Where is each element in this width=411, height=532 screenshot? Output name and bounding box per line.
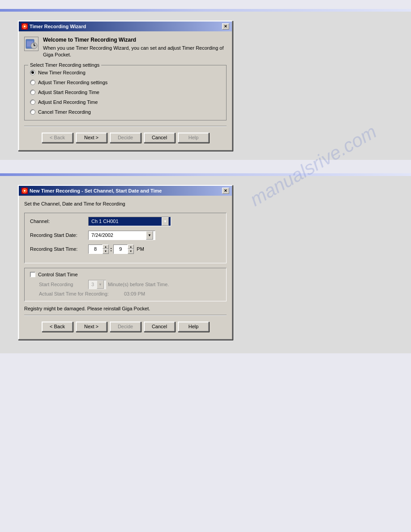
channel-dropdown-arrow[interactable]: ▼	[162, 217, 169, 226]
radio-adjust-settings-circle	[30, 80, 35, 85]
time-minute-spinbox: ▲ ▼	[113, 245, 134, 254]
dialog1-body: Welcome to Timer Recording Wizard When y…	[19, 31, 232, 150]
time-minute-down-button[interactable]: ▼	[128, 249, 134, 254]
dialog2-app-icon	[21, 188, 28, 194]
control-start-label: Control Start Time	[38, 272, 78, 277]
minutes-before-label: Minute(s) before Start Time.	[108, 282, 169, 287]
dialog1-decide-button[interactable]: Decide	[110, 133, 141, 143]
time-minute-spin-buttons: ▲ ▼	[128, 245, 134, 254]
time-label: Recording Start Time:	[30, 246, 88, 252]
dialog1-cancel-button[interactable]: Cancel	[144, 133, 175, 143]
channel-row: Channel: Ch 1 CH001 ▼	[30, 217, 221, 226]
dialog1-header-icon	[24, 37, 39, 51]
svg-point-8	[24, 190, 26, 192]
time-hour-down-button[interactable]: ▼	[103, 249, 109, 254]
dialog2-body: Set the Channel, Date and Time for Recor…	[19, 196, 232, 339]
channel-label: Channel:	[30, 219, 88, 224]
radio-new-timer-circle	[30, 70, 35, 75]
radio-adjust-end[interactable]: Adjust End Recording Time	[30, 99, 221, 105]
time-hour-spinbox: ▲ ▼	[88, 245, 109, 254]
warning-message: Registry might be damaged. Please reinst…	[24, 306, 227, 311]
actual-time-label: Actual Start Time for Recording:	[39, 291, 124, 296]
dialog2-titlebar-left: New Timer Recording - Set Channel, Start…	[21, 188, 162, 194]
channel-value: Ch 1 CH001	[90, 219, 162, 224]
control-start-checkbox[interactable]	[30, 272, 35, 277]
dialog2-form-group: Channel: Ch 1 CH001 ▼ Recording Start Da…	[24, 213, 227, 263]
dialog1-app-icon	[21, 23, 28, 30]
time-colon: :	[110, 246, 112, 253]
dialog1-titlebar-left: Timer Recording Wizard	[21, 23, 86, 30]
date-row: Recording Start Date: 7/24/2002 ▼	[30, 231, 221, 240]
dialog-new-timer: New Timer Recording - Set Channel, Start…	[18, 185, 233, 340]
time-hour-input[interactable]	[88, 245, 103, 254]
dialog2-titlebar: New Timer Recording - Set Channel, Start…	[19, 186, 232, 196]
radio-adjust-settings[interactable]: Adjust Timer Recording settings	[30, 80, 221, 85]
actual-time-row: Actual Start Time for Recording: 03:09 P…	[30, 291, 221, 296]
control-start-time-group: Control Start Time Start Recording 3 ▼ M…	[24, 268, 227, 301]
radio-cancel-timer[interactable]: Cancel Timer Recording	[30, 109, 221, 115]
radio-adjust-end-circle	[30, 99, 35, 105]
start-recording-label: Start Recording	[39, 282, 88, 287]
start-recording-value: 3	[90, 282, 97, 287]
dialog2-help-button[interactable]: Help	[178, 322, 209, 332]
time-hour-spin-buttons: ▲ ▼	[103, 245, 109, 254]
dialog2-footer: < Back Next > Decide Cancel Help	[24, 319, 227, 334]
start-recording-combobox: 3 ▼	[88, 280, 106, 289]
dialog1-help-button[interactable]: Help	[178, 133, 209, 143]
dialog2-description: Set the Channel, Date and Time for Recor…	[24, 201, 227, 206]
dialog1-next-button[interactable]: Next >	[76, 133, 107, 143]
dialog2-close-button[interactable]: ✕	[222, 188, 229, 194]
dialog1-header-desc: When you use Timer Recording Wizard, you…	[43, 45, 227, 59]
channel-combobox[interactable]: Ch 1 CH001 ▼	[88, 217, 171, 226]
time-ampm: PM	[137, 246, 144, 252]
radio-cancel-timer-circle	[30, 109, 35, 115]
control-start-checkbox-row: Control Start Time	[30, 272, 221, 277]
radio-new-timer-label: New Timer Recording	[38, 70, 86, 75]
dialog2-decide-button[interactable]: Decide	[110, 322, 141, 332]
date-combobox[interactable]: 7/24/2002 ▼	[88, 231, 155, 240]
dialog2-cancel-button[interactable]: Cancel	[144, 322, 175, 332]
date-label: Recording Start Date:	[30, 232, 88, 238]
dialog1-back-button[interactable]: < Back	[42, 133, 73, 143]
date-dropdown-arrow[interactable]: ▼	[146, 231, 153, 240]
radio-adjust-settings-label: Adjust Timer Recording settings	[38, 80, 107, 85]
dialog1-footer: < Back Next > Decide Cancel Help	[24, 130, 227, 145]
dialog1-close-button[interactable]: ✕	[222, 23, 229, 30]
dialog-timer-wizard: Timer Recording Wizard ✕	[18, 21, 233, 151]
dialog2-separator	[24, 315, 227, 315]
start-recording-row: Start Recording 3 ▼ Minute(s) before Sta…	[30, 280, 221, 289]
dialog1-separator	[24, 126, 227, 126]
svg-point-1	[24, 26, 26, 27]
dialog1-title: Timer Recording Wizard	[30, 24, 86, 29]
dialog2-back-button[interactable]: < Back	[42, 322, 73, 332]
dialog1-header-title: Welcome to Timer Recording Wizard	[43, 37, 227, 43]
radio-adjust-start[interactable]: Adjust Start Recording Time	[30, 90, 221, 95]
dialog2-title: New Timer Recording - Set Channel, Start…	[30, 188, 162, 193]
date-value: 7/24/2002	[90, 232, 146, 238]
dialog2-next-button[interactable]: Next >	[76, 322, 107, 332]
dialog1-header-text: Welcome to Timer Recording Wizard When y…	[43, 37, 227, 59]
dialog1-header: Welcome to Timer Recording Wizard When y…	[24, 37, 227, 59]
dialog1-group-label: Select Timer Recording settings	[28, 62, 101, 68]
time-row: Recording Start Time: ▲ ▼ :	[30, 245, 221, 254]
start-recording-arrow: ▼	[97, 280, 104, 289]
radio-new-timer[interactable]: New Timer Recording	[30, 70, 221, 75]
radio-adjust-start-label: Adjust Start Recording Time	[38, 90, 99, 95]
dialog1-options-group: Select Timer Recording settings New Time…	[24, 65, 227, 120]
radio-cancel-timer-label: Cancel Timer Recording	[38, 109, 91, 115]
radio-adjust-start-circle	[30, 90, 35, 95]
dialog1-titlebar: Timer Recording Wizard ✕	[19, 21, 232, 31]
time-minute-up-button[interactable]: ▲	[128, 245, 134, 249]
radio-adjust-end-label: Adjust End Recording Time	[38, 99, 98, 105]
time-minute-input[interactable]	[113, 245, 128, 254]
actual-time-value: 03:09 PM	[124, 291, 145, 296]
time-hour-up-button[interactable]: ▲	[103, 245, 109, 249]
